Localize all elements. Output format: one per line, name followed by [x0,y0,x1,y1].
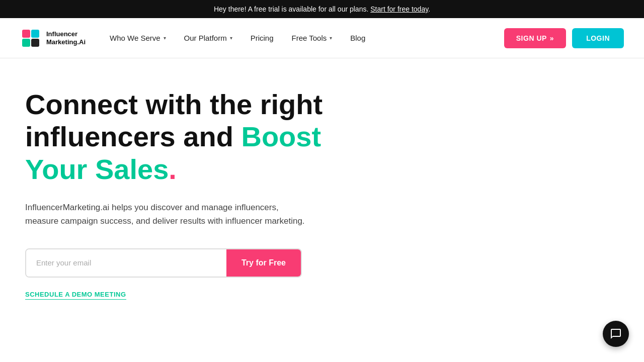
svg-rect-2 [22,39,30,47]
demo-link[interactable]: SCHEDULE A DEMO MEETING [25,291,126,300]
chat-bubble[interactable] [603,321,629,347]
nav-links: Who We Serve ▾ Our Platform ▾ Pricing Fr… [101,30,504,46]
email-form: Try for Free [25,248,302,278]
login-button[interactable]: LOGIN [572,28,624,48]
nav-item-blog[interactable]: Blog [341,30,374,46]
chevron-down-icon: ▾ [330,35,332,41]
nav-item-our-platform[interactable]: Our Platform ▾ [175,30,242,46]
arrow-right-icon: » [550,34,554,42]
svg-rect-0 [22,30,30,38]
nav-item-who-we-serve[interactable]: Who We Serve ▾ [101,30,175,46]
svg-rect-1 [31,30,39,38]
hero-section: Connect with the right influencers and B… [0,58,644,320]
logo-text: InfluencerMarketing.Ai [46,30,86,46]
top-banner: Hey there! A free trial is available for… [0,0,644,18]
email-input[interactable] [26,249,226,277]
nav-item-pricing[interactable]: Pricing [242,30,283,46]
banner-link[interactable]: Start for free today [370,5,428,13]
banner-text: Hey there! A free trial is available for… [214,5,368,13]
chevron-down-icon: ▾ [164,35,166,41]
chat-icon [610,328,622,340]
svg-rect-3 [31,39,39,47]
nav-actions: SIGN UP » LOGIN [504,28,624,48]
chevron-down-icon: ▾ [230,35,232,41]
signup-button[interactable]: SIGN UP » [504,28,566,48]
nav-item-free-tools[interactable]: Free Tools ▾ [283,30,342,46]
logo[interactable]: InfluencerMarketing.Ai [20,28,86,49]
hero-content: Connect with the right influencers and B… [25,88,337,300]
hero-description: InfluencerMarketing.ai helps you discove… [25,201,307,228]
hero-title: Connect with the right influencers and B… [25,88,337,186]
try-free-button[interactable]: Try for Free [226,249,301,277]
navbar: InfluencerMarketing.Ai Who We Serve ▾ Ou… [0,18,644,58]
